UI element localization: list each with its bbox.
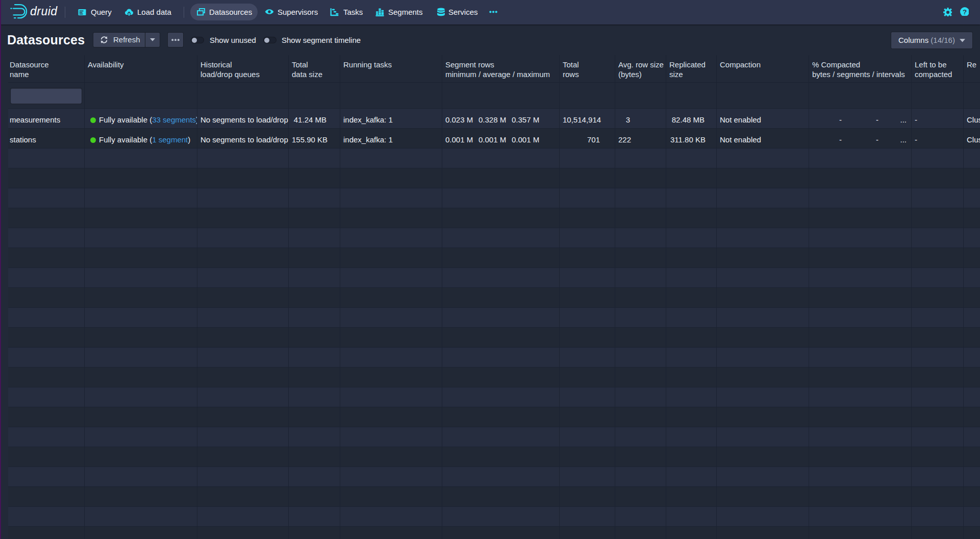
svg-text:?: ?	[963, 8, 967, 16]
